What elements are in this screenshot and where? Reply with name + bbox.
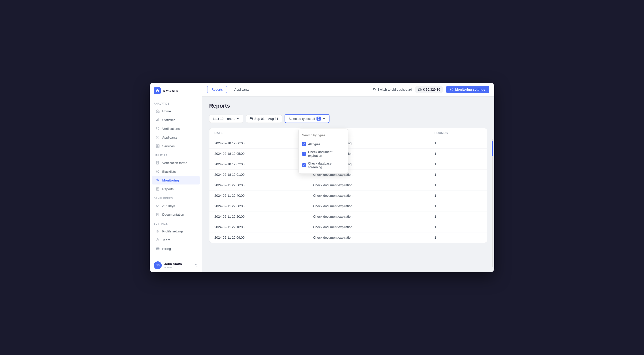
sidebar-item-monitoring[interactable]: Monitoring	[152, 176, 200, 184]
user-menu-icon[interactable]: ⇅	[195, 264, 198, 267]
cell-founds: 1	[429, 148, 487, 159]
svg-rect-26	[420, 89, 421, 90]
cell-founds: 1	[429, 222, 487, 232]
table-row[interactable]: 2024-02-11 22:10:00 Check document expir…	[210, 222, 487, 232]
table-row[interactable]: 2024-02-11 22:09:00 Check document expir…	[210, 232, 487, 243]
dropdown-item-check-db-screening[interactable]: ✓ Check database screening	[298, 160, 348, 171]
sidebar-item-blacklists[interactable]: Blacklists	[152, 167, 200, 176]
user-info: John Smith admin	[164, 262, 192, 269]
table-row[interactable]: 2024-02-11 22:50:00 Check document expir…	[210, 180, 487, 190]
sidebar-item-verifications[interactable]: Verifications	[152, 124, 200, 133]
balance-value: € 50,320.10	[423, 88, 440, 91]
sidebar-item-team[interactable]: Team	[152, 236, 200, 244]
cell-founds: 1	[429, 138, 487, 148]
svg-point-27	[451, 89, 452, 90]
cell-founds: 1	[429, 180, 487, 190]
date-range-filter[interactable]: Last 12 months	[209, 114, 243, 123]
checkbox-all-types[interactable]: ✓	[302, 142, 306, 146]
type-filter-count: 2	[316, 116, 321, 120]
user-role: admin	[164, 266, 192, 269]
dropdown-item-check-db-label: Check database screening	[308, 162, 344, 169]
sidebar-item-api-keys[interactable]: API keys	[152, 202, 200, 210]
team-icon	[156, 238, 160, 242]
sidebar-item-profile-settings-label: Profile settings	[162, 230, 184, 233]
cell-type: Check document expiration	[308, 222, 429, 232]
svg-rect-7	[156, 146, 158, 148]
sidebar-item-documentation[interactable]: Documentation	[152, 210, 200, 219]
dropdown-item-all-types[interactable]: ✓ All types	[298, 140, 348, 148]
sidebar-item-home[interactable]: Home	[152, 107, 200, 115]
cell-type: Check document expiration	[308, 201, 429, 212]
page-title: Reports	[209, 102, 487, 109]
sidebar-item-billing[interactable]: Billing	[152, 244, 200, 253]
table-row[interactable]: 2024-02-18 12:05:00 Check document expir…	[210, 148, 487, 159]
dropdown-item-check-doc-expiration[interactable]: ✓ Check document expiration	[298, 148, 348, 160]
calendar-icon	[250, 117, 253, 120]
sidebar-item-profile-settings[interactable]: Profile settings	[152, 227, 200, 236]
cell-founds: 1	[429, 201, 487, 212]
sidebar-item-applicants[interactable]: Applicants	[152, 133, 200, 142]
type-filter-dropdown: ✓ All types ✓ Check document expiration …	[298, 128, 348, 174]
sidebar-item-verification-forms-label: Verification forms	[162, 161, 187, 165]
switch-old-dashboard-button[interactable]: Switch to old dashboard	[372, 88, 412, 91]
dropdown-search-container	[298, 131, 348, 140]
tab-applicants[interactable]: Applicants	[230, 86, 254, 93]
checkbox-check-db-screening[interactable]: ✓	[302, 163, 306, 167]
avatar: JS	[154, 262, 162, 269]
shield-icon	[156, 126, 160, 130]
sidebar-item-documentation-label: Documentation	[162, 213, 184, 216]
cell-date: 2024-02-18 12:06:00	[210, 138, 308, 148]
table-row[interactable]: 2024-02-18 12:02:00 Check database scree…	[210, 159, 487, 170]
settings-icon	[450, 88, 453, 91]
sidebar-logo: KYCAID	[150, 83, 202, 99]
tab-reports[interactable]: Reports	[207, 86, 227, 93]
sidebar-item-services[interactable]: Services	[152, 142, 200, 150]
table-row[interactable]: 2024-02-11 22:20:00 Check document expir…	[210, 212, 487, 222]
cell-date: 2024-02-18 12:01:00	[210, 170, 308, 180]
checkbox-check-doc-expiration[interactable]: ✓	[302, 152, 306, 156]
refresh-icon	[372, 88, 376, 91]
svg-rect-1	[158, 119, 158, 121]
dropdown-item-check-doc-label: Check document expiration	[308, 150, 344, 158]
scrollbar-thumb[interactable]	[492, 141, 493, 156]
sidebar-item-reports[interactable]: Reports	[152, 185, 200, 193]
activity-icon	[156, 178, 160, 182]
cell-date: 2024-02-11 22:09:00	[210, 232, 308, 243]
monitoring-btn-label: Monitoring settings	[455, 88, 485, 91]
date-range-label: Last 12 months	[213, 117, 235, 120]
cell-date: 2024-02-11 22:40:00	[210, 190, 308, 201]
svg-rect-14	[156, 188, 159, 190]
section-settings: Settings	[150, 219, 202, 227]
sidebar-nav: Analytics Home Statistics Verifications	[150, 99, 202, 253]
table-row[interactable]: 2024-02-11 22:40:00 Check document expir…	[210, 190, 487, 201]
users-icon	[156, 135, 160, 139]
type-filter[interactable]: Selected types: all 2	[284, 114, 330, 123]
monitoring-settings-button[interactable]: Monitoring settings	[446, 86, 489, 93]
sidebar-item-statistics[interactable]: Statistics	[152, 116, 200, 124]
topbar: Reports Applicants Switch to old dashboa…	[202, 83, 494, 96]
cell-type: Check document expiration	[308, 232, 429, 243]
sidebar: KYCAID Analytics Home Statistics	[150, 83, 202, 272]
check-icon-doc: ✓	[303, 152, 305, 155]
sidebar-item-api-keys-label: API keys	[162, 204, 175, 208]
table-row[interactable]: 2024-02-11 22:30:00 Check document expir…	[210, 201, 487, 212]
svg-rect-5	[156, 144, 158, 146]
dropdown-search-input[interactable]	[302, 133, 344, 137]
table-body: 2024-02-18 12:06:00 Check database scree…	[210, 138, 487, 243]
date-period-filter[interactable]: Sep 01 – Aug 31	[246, 114, 282, 123]
svg-rect-28	[250, 118, 252, 120]
cell-type: Check document expiration	[308, 190, 429, 201]
table-row[interactable]: 2024-02-18 12:01:00 Check document expir…	[210, 170, 487, 180]
svg-rect-6	[158, 144, 159, 146]
billing-icon	[156, 247, 160, 251]
check-icon-db: ✓	[303, 164, 305, 166]
cell-date: 2024-02-18 12:02:00	[210, 159, 308, 170]
date-period-label: Sep 01 – Aug 31	[254, 117, 278, 120]
sidebar-item-verification-forms[interactable]: Verification forms	[152, 158, 200, 167]
scrollbar[interactable]	[492, 139, 493, 267]
cell-date: 2024-02-18 12:05:00	[210, 148, 308, 159]
section-utilities: Utilities	[150, 150, 202, 158]
wallet-icon	[418, 88, 422, 91]
sidebar-item-services-label: Services	[162, 144, 175, 148]
table-row[interactable]: 2024-02-18 12:06:00 Check database scree…	[210, 138, 487, 148]
